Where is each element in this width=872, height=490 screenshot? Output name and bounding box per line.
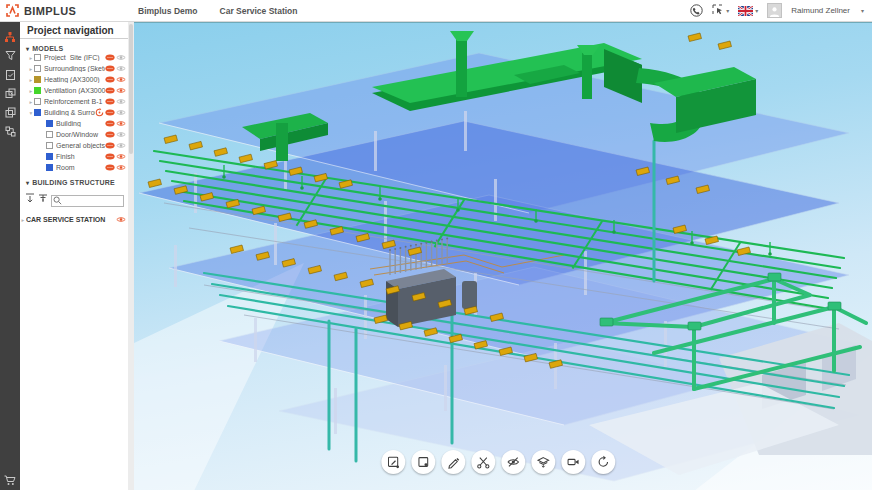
rail-duplicate-button[interactable] (0, 103, 20, 122)
model-checkbox[interactable] (46, 153, 53, 160)
rail-filter-button[interactable] (0, 46, 20, 65)
select-toggle-icon[interactable] (105, 120, 115, 127)
model-tree-item[interactable]: ▾Building & Surround... (20, 107, 128, 118)
model-label: Heating (AX3000) (44, 76, 105, 83)
visibility-eye-icon[interactable] (116, 216, 126, 223)
user-name[interactable]: Raimund Zellner (791, 6, 850, 15)
model-label: Ventilation (AX3000) (44, 87, 105, 94)
model-label: Building (56, 120, 105, 127)
model-tree-item[interactable]: ▸Heating (AX3000) (20, 74, 128, 85)
rail-structure-button[interactable] (0, 122, 20, 141)
model-checkbox[interactable] (34, 65, 41, 72)
snapshot-button[interactable] (411, 450, 435, 474)
model-checkbox[interactable] (34, 76, 41, 83)
model-tree-item[interactable]: ▸Ventilation (AX3000) (20, 85, 128, 96)
language-selector[interactable]: ▾ (738, 2, 758, 20)
building-structure-header[interactable]: ▾ BUILDING STRUCTURE (20, 179, 128, 186)
visibility-eye-icon[interactable] (116, 76, 126, 83)
collapse-levels-icon[interactable] (25, 193, 35, 203)
viewport-toolbar (381, 450, 615, 474)
visibility-eye-icon[interactable] (116, 65, 126, 72)
rail-tasks-button[interactable] (0, 65, 20, 84)
panel-title: Project navigation (20, 22, 128, 39)
caret-down-icon: ▾ (755, 7, 758, 14)
phone-icon[interactable] (690, 4, 703, 17)
models-section-header[interactable]: ▾ MODELS (20, 45, 128, 52)
visibility-eye-icon[interactable] (116, 142, 126, 149)
reset-view-button[interactable] (591, 450, 615, 474)
model-label: Building & Surround... (44, 109, 95, 116)
select-toggle-icon[interactable] (105, 76, 115, 83)
select-toggle-icon[interactable] (105, 65, 115, 72)
model-checkbox[interactable] (34, 98, 41, 105)
model-label: Project_Site (IFC) (44, 54, 105, 61)
create-task-button[interactable] (381, 450, 405, 474)
section-plane-button[interactable] (531, 450, 555, 474)
visibility-eye-icon[interactable] (116, 109, 126, 116)
top-bar: BIMPLUS Bimplus Demo Car Service Station… (0, 0, 872, 22)
search-icon (53, 191, 62, 209)
model-label: Finish (56, 153, 105, 160)
visibility-eye-icon[interactable] (116, 120, 126, 127)
bimplus-app: BIMPLUS Bimplus Demo Car Service Station… (0, 0, 872, 490)
select-toggle-icon[interactable] (105, 54, 115, 61)
select-toggle-icon[interactable] (105, 164, 115, 171)
select-toggle-icon[interactable] (105, 98, 115, 105)
tab-bimplus-demo[interactable]: Bimplus Demo (138, 6, 198, 16)
model-checkbox[interactable] (34, 54, 41, 61)
filter-lines-icon[interactable] (38, 193, 48, 203)
model-viewport[interactable] (134, 22, 872, 490)
select-toggle-icon[interactable] (105, 87, 115, 94)
model-tree-item[interactable]: Door/Window (20, 129, 128, 140)
model-checkbox[interactable] (34, 87, 41, 94)
measure-button[interactable] (441, 450, 465, 474)
model-checkbox[interactable] (46, 164, 53, 171)
project-navigation-panel: Project navigation ▾ MODELS ▸Project_Sit… (20, 22, 128, 490)
caret-down-icon: ▾ (861, 7, 864, 14)
model-tree-item[interactable]: ▸Reinforcement B-1 (20, 96, 128, 107)
model-checkbox[interactable] (46, 131, 53, 138)
model-tree-item[interactable]: General objects (20, 140, 128, 151)
visibility-eye-icon[interactable] (116, 131, 126, 138)
camera-views-button[interactable] (561, 450, 585, 474)
rail-share-button[interactable] (0, 84, 20, 103)
visibility-eye-icon[interactable] (116, 164, 126, 171)
project-tabs: Bimplus Demo Car Service Station (138, 6, 297, 16)
hide-objects-button[interactable] (501, 450, 525, 474)
clipping-button[interactable] (471, 450, 495, 474)
model-label: Reinforcement B-1 (44, 98, 105, 105)
model-checkbox[interactable] (34, 109, 41, 116)
selection-cursor-icon[interactable]: ▾ (712, 2, 729, 20)
logo-text: BIMPLUS (24, 5, 76, 17)
panel-scrollbar[interactable] (128, 22, 134, 490)
model-checkbox[interactable] (46, 142, 53, 149)
car-service-station-node[interactable]: ▸ CAR SERVICE STATION (20, 214, 128, 225)
user-avatar[interactable] (767, 3, 782, 18)
model-tree-item[interactable]: ▸Project_Site (IFC) (20, 52, 128, 63)
select-toggle-icon[interactable] (105, 153, 115, 160)
select-toggle-icon[interactable] (105, 142, 115, 149)
select-toggle-icon[interactable] (105, 131, 115, 138)
sync-icon[interactable] (95, 108, 104, 117)
select-toggle-icon[interactable] (105, 109, 115, 116)
sidebar-icon-rail (0, 22, 20, 490)
visibility-eye-icon[interactable] (116, 87, 126, 94)
visibility-eye-icon[interactable] (116, 54, 126, 61)
rail-project-navigation-button[interactable] (0, 27, 20, 46)
model-tree-item[interactable]: Finish (20, 151, 128, 162)
model-tree-item[interactable]: Building (20, 118, 128, 129)
visibility-eye-icon[interactable] (116, 98, 126, 105)
model-label: General objects (56, 142, 105, 149)
model-checkbox[interactable] (46, 120, 53, 127)
visibility-eye-icon[interactable] (116, 153, 126, 160)
tab-car-service-station[interactable]: Car Service Station (220, 6, 298, 16)
3d-model-scene[interactable] (134, 23, 872, 490)
model-tree-item[interactable]: Room (20, 162, 128, 173)
model-tree-item[interactable]: ▸Surroundings (Sketchup) (20, 63, 128, 74)
scrollbar-thumb[interactable] (129, 24, 133, 154)
model-label: Surroundings (Sketchup) (44, 65, 105, 72)
rail-shop-cart-button[interactable] (0, 471, 20, 490)
top-right-controls: ▾ ▾ Raimund Zellner ▾ (690, 2, 872, 20)
bimplus-logo[interactable]: BIMPLUS (0, 4, 130, 17)
model-label: Room (56, 164, 105, 171)
